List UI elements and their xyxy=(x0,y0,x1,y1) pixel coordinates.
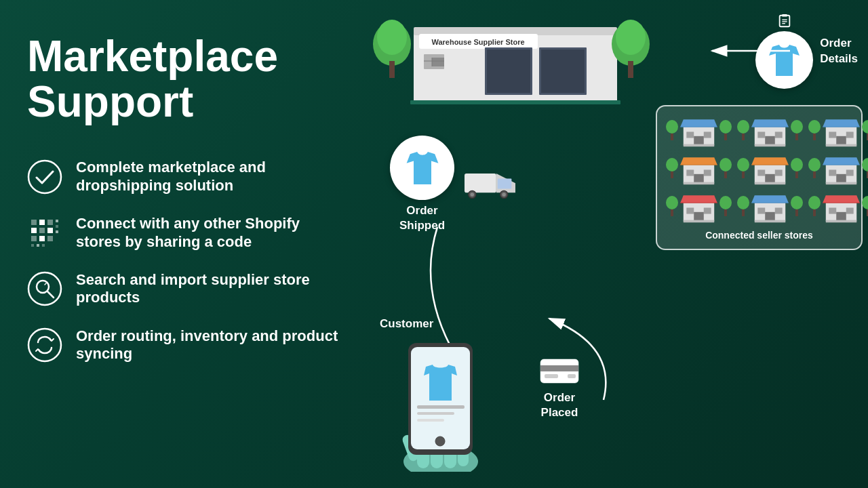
customer-label: Customer xyxy=(380,317,502,331)
svg-rect-129 xyxy=(757,207,765,214)
svg-rect-143 xyxy=(826,220,856,223)
svg-rect-65 xyxy=(765,136,775,146)
store-unit-4 xyxy=(665,152,732,186)
svg-point-38 xyxy=(616,20,646,55)
svg-rect-97 xyxy=(775,169,783,176)
svg-rect-165 xyxy=(417,412,454,415)
svg-marker-105 xyxy=(823,157,860,165)
svg-marker-127 xyxy=(751,195,789,203)
svg-point-135 xyxy=(808,196,821,209)
svg-rect-66 xyxy=(755,144,785,147)
svg-rect-13 xyxy=(31,244,34,247)
svg-point-0 xyxy=(28,161,61,193)
svg-point-111 xyxy=(862,158,868,171)
svg-rect-87 xyxy=(694,174,704,184)
svg-rect-70 xyxy=(813,134,816,140)
svg-rect-166 xyxy=(417,419,444,422)
svg-rect-134 xyxy=(795,209,798,216)
svg-marker-116 xyxy=(680,195,717,203)
svg-rect-109 xyxy=(836,174,846,184)
svg-point-78 xyxy=(862,120,868,134)
svg-point-47 xyxy=(666,120,678,134)
store-unit-5 xyxy=(736,152,804,186)
svg-rect-2 xyxy=(39,220,45,225)
svg-rect-92 xyxy=(742,171,745,178)
svg-rect-81 xyxy=(671,171,673,178)
left-section: Marketplace Support Complete marketplace… xyxy=(27,34,339,363)
feature-item-1: Complete marketplace and dropshipping so… xyxy=(27,159,339,195)
svg-rect-64 xyxy=(775,131,783,138)
svg-point-167 xyxy=(435,436,445,446)
svg-rect-55 xyxy=(684,144,714,147)
feature-text-3: Search and import supplier store product… xyxy=(76,271,339,307)
feature-item-3: Search and import supplier store product… xyxy=(27,271,339,307)
svg-rect-33 xyxy=(487,49,530,93)
svg-point-89 xyxy=(719,158,732,171)
svg-point-133 xyxy=(791,196,803,209)
svg-point-100 xyxy=(791,158,803,171)
svg-rect-107 xyxy=(829,169,836,176)
arrows-circle-icon xyxy=(27,327,62,363)
svg-rect-142 xyxy=(836,212,846,222)
store-unit-9 xyxy=(808,190,868,224)
svg-rect-121 xyxy=(684,220,714,223)
svg-rect-52 xyxy=(686,131,694,138)
svg-rect-88 xyxy=(684,182,714,185)
svg-rect-1 xyxy=(31,220,37,225)
svg-point-58 xyxy=(737,120,749,134)
feature-text-4: Order routing, inventory and product syn… xyxy=(76,327,339,363)
store-unit-6 xyxy=(808,152,868,186)
svg-rect-131 xyxy=(765,212,775,222)
checkmark-circle-icon xyxy=(27,159,62,195)
svg-point-80 xyxy=(666,158,678,171)
svg-rect-125 xyxy=(742,209,745,216)
svg-rect-54 xyxy=(694,136,704,146)
svg-rect-132 xyxy=(755,220,785,223)
svg-rect-35 xyxy=(541,49,585,93)
svg-rect-130 xyxy=(775,207,783,214)
grid-pattern-icon xyxy=(27,216,62,251)
svg-rect-119 xyxy=(704,207,711,214)
order-placed-label: OrderPlaced xyxy=(541,390,578,420)
svg-rect-40 xyxy=(779,16,789,27)
svg-rect-5 xyxy=(39,228,45,233)
connected-stores-box: Connected seller stores xyxy=(656,105,863,250)
svg-marker-94 xyxy=(751,157,789,165)
svg-rect-15 xyxy=(42,244,45,247)
svg-rect-29 xyxy=(432,58,444,66)
svg-rect-136 xyxy=(813,209,816,216)
svg-text:Warehouse Supplier Store: Warehouse Supplier Store xyxy=(431,38,524,46)
svg-rect-103 xyxy=(813,171,816,178)
svg-point-69 xyxy=(808,120,821,134)
svg-rect-23 xyxy=(389,61,395,78)
svg-point-67 xyxy=(791,120,803,134)
svg-rect-90 xyxy=(724,171,727,178)
store-unit-3 xyxy=(808,115,868,148)
svg-point-91 xyxy=(737,158,749,171)
order-placed-area: OrderPlaced xyxy=(539,356,580,420)
store-unit-1 xyxy=(665,115,732,148)
credit-card-icon xyxy=(539,356,580,386)
svg-rect-114 xyxy=(671,209,673,216)
search-circle-icon xyxy=(27,271,62,306)
svg-rect-6 xyxy=(47,228,53,233)
svg-rect-74 xyxy=(829,131,836,138)
svg-point-16 xyxy=(28,272,61,305)
svg-marker-138 xyxy=(823,195,860,203)
svg-rect-85 xyxy=(686,169,694,176)
svg-line-19 xyxy=(45,283,46,285)
svg-rect-169 xyxy=(540,365,578,371)
svg-rect-12 xyxy=(56,230,58,233)
svg-rect-76 xyxy=(836,136,846,146)
svg-rect-170 xyxy=(545,374,558,378)
svg-point-113 xyxy=(666,196,678,209)
svg-rect-9 xyxy=(47,236,53,241)
warehouse-building: Warehouse Supplier Store xyxy=(359,7,651,115)
svg-rect-4 xyxy=(31,228,37,233)
svg-rect-171 xyxy=(568,374,576,378)
svg-rect-36 xyxy=(410,100,620,104)
svg-rect-110 xyxy=(826,182,856,185)
customer-area: Customer xyxy=(380,317,502,474)
feature-item-2: Connect with any other Shopify stores by… xyxy=(27,215,339,251)
svg-rect-101 xyxy=(795,171,798,178)
